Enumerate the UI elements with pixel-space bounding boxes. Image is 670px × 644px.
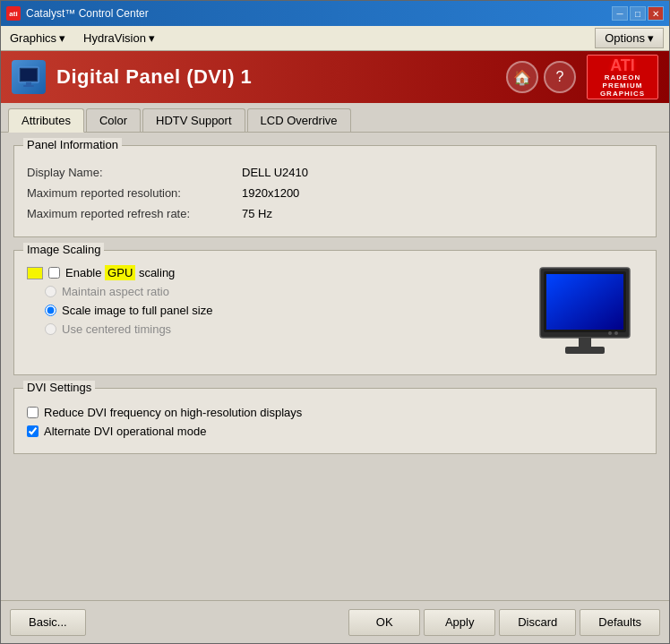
svg-rect-2 [26,82,31,85]
ati-logo: ATI RADEON PREMIUM GRAPHICS [587,55,658,99]
image-scaling-group: Image Scaling Enable GPU scaling Maintai… [13,250,657,375]
svg-point-10 [614,331,618,335]
image-scaling-legend: Image Scaling [23,243,104,256]
main-content: Panel Information Display Name: DELL U24… [1,133,669,599]
dvi-settings-legend: DVI Settings [23,381,95,394]
centered-timings-row: Use centered timings [27,320,509,339]
enable-gpu-checkbox[interactable] [48,267,60,279]
gpu-highlight: GPU [105,265,135,280]
max-refresh-label: Maximum reported refresh rate: [27,207,242,220]
ati-logo-text: RADEON [605,73,641,82]
header-nav-buttons: 🏠 ? [506,61,576,93]
reduce-dvi-label: Reduce DVI frequency on high-resolution … [44,406,302,419]
centered-timings-label: Use centered timings [62,322,171,336]
options-button[interactable]: Options ▾ [595,28,664,48]
options-button-arrow: ▾ [648,31,654,45]
tab-lcd-overdrive[interactable]: LCD Overdrive [247,108,351,132]
svg-rect-1 [21,69,37,81]
maximize-button[interactable]: □ [630,6,646,21]
scale-full-label: Scale image to full panel size [62,304,212,317]
max-refresh-row: Maximum reported refresh rate: 75 Hz [27,203,643,224]
max-res-value: 1920x1200 [242,186,299,200]
maintain-radio[interactable] [45,286,56,297]
header-icon [12,60,46,94]
maintain-aspect-row: Maintain aspect ratio [27,282,509,301]
svg-rect-9 [565,347,605,354]
enable-gpu-row: Enable GPU scaling [27,263,509,282]
svg-rect-3 [23,85,34,87]
ati-logo-brand: ATI [610,57,635,73]
monitor-svg [531,263,639,362]
reduce-dvi-row: Reduce DVI frequency on high-resolution … [27,403,643,422]
alternate-dvi-label: Alternate DVI operational mode [44,425,206,438]
window: ati Catalyst™ Control Center ─ □ ✕ Graph… [0,0,670,644]
display-name-row: Display Name: DELL U2410 [27,162,643,183]
dvi-settings-group: DVI Settings Reduce DVI frequency on hig… [13,388,657,454]
graphics-menu-arrow: ▾ [59,31,65,45]
max-refresh-value: 75 Hz [242,207,272,220]
bottom-right-buttons: OK Apply Discard Defaults [348,609,660,636]
title-bar: ati Catalyst™ Control Center ─ □ ✕ [1,1,669,26]
graphics-menu[interactable]: Graphics ▾ [1,28,74,48]
alternate-dvi-checkbox[interactable] [27,425,39,437]
hydravision-menu-label: HydraVision [83,31,146,45]
title-bar-text: Catalyst™ Control Center [26,7,606,20]
scaling-options: Enable GPU scaling Maintain aspect ratio… [27,263,509,362]
panel-information-legend: Panel Information [23,138,122,151]
tab-color[interactable]: Color [86,108,141,132]
enable-gpu-label: Enable GPU scaling [65,266,175,279]
svg-rect-7 [546,274,623,330]
ok-button[interactable]: OK [348,609,420,636]
minimize-button[interactable]: ─ [612,6,628,21]
hydravision-menu-arrow: ▾ [149,31,155,45]
bottom-bar: Basic... OK Apply Discard Defaults [1,600,669,643]
graphics-menu-label: Graphics [10,31,56,45]
monitor-icon [17,65,40,89]
ati-logo-subtext: PREMIUM [603,82,643,90]
panel-information-group: Panel Information Display Name: DELL U24… [13,145,657,237]
display-name-label: Display Name: [27,166,242,179]
discard-button[interactable]: Discard [499,609,576,636]
tab-attributes[interactable]: Attributes [8,108,84,133]
close-button[interactable]: ✕ [648,6,664,21]
scale-full-radio[interactable] [45,305,56,316]
reduce-dvi-checkbox[interactable] [27,407,39,418]
menu-bar: Graphics ▾ HydraVision ▾ Options ▾ [1,26,669,51]
tabs-bar: Attributes Color HDTV Support LCD Overdr… [1,103,669,133]
home-button[interactable]: 🏠 [506,61,538,93]
ati-logo-subtext2: GRAPHICS [600,90,645,98]
monitor-image [527,263,643,362]
hydravision-menu[interactable]: HydraVision ▾ [74,28,164,48]
app-icon: ati [6,6,21,21]
header: Digital Panel (DVI) 1 🏠 ? ATI RADEON PRE… [1,51,669,103]
tab-hdtv-support[interactable]: HDTV Support [142,108,245,132]
display-name-value: DELL U2410 [242,166,308,179]
apply-button[interactable]: Apply [424,609,495,636]
max-res-label: Maximum reported resolution: [27,186,242,200]
header-title: Digital Panel (DVI) 1 [56,65,495,89]
title-bar-buttons: ─ □ ✕ [612,6,664,21]
help-button[interactable]: ? [544,61,576,93]
max-res-row: Maximum reported resolution: 1920x1200 [27,183,643,203]
basic-button[interactable]: Basic... [10,609,86,636]
svg-point-11 [608,331,612,335]
alternate-dvi-row: Alternate DVI operational mode [27,422,643,441]
maintain-label: Maintain aspect ratio [62,285,169,298]
centered-timings-radio[interactable] [45,323,56,335]
defaults-button[interactable]: Defaults [580,609,660,636]
scale-full-row: Scale image to full panel size [27,301,509,320]
image-scaling-inner: Enable GPU scaling Maintain aspect ratio… [27,263,643,362]
options-button-label: Options [605,31,645,45]
